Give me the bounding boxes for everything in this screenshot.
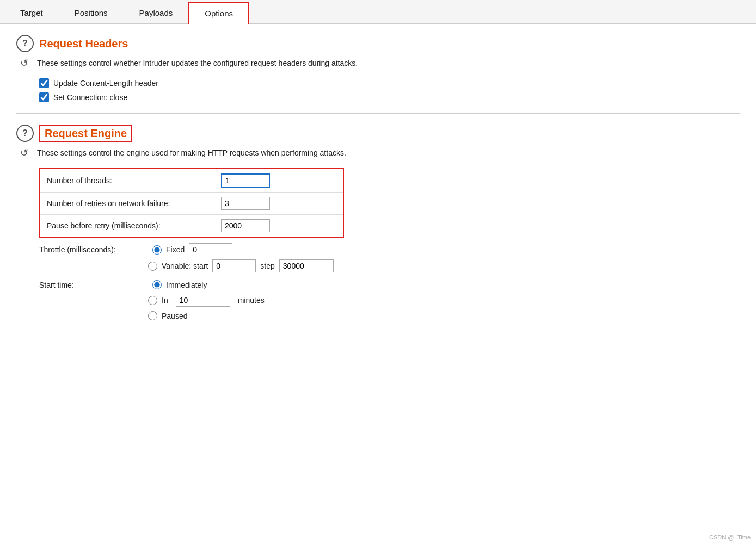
request-engine-title: Request Engine: [39, 125, 132, 142]
set-connection-label: Set Connection: close: [53, 93, 127, 102]
section-divider: [16, 113, 740, 114]
retries-label: Number of retries on network failure:: [47, 199, 221, 208]
start-paused-row: Paused: [39, 311, 740, 320]
start-in-minutes-row: In minutes: [39, 294, 740, 307]
content-area: ? Request Headers ↺ These settings contr…: [0, 24, 756, 336]
start-immediately-row: Start time: Immediately: [39, 280, 740, 289]
throttle-variable-radio[interactable]: [148, 262, 157, 271]
set-connection-checkbox[interactable]: [39, 92, 49, 102]
threads-row: Number of threads:: [40, 169, 343, 193]
throttle-step-input[interactable]: [279, 259, 334, 272]
throttle-variable-label: Variable: start: [162, 262, 208, 270]
help-icon-headers: ?: [16, 35, 34, 52]
start-in-label: In: [162, 296, 168, 305]
start-immediately-label: Immediately: [166, 281, 207, 289]
tab-target[interactable]: Target: [4, 2, 59, 23]
throttle-variable-row: Variable: start step: [39, 259, 740, 272]
start-paused-label: Paused: [162, 312, 187, 320]
request-engine-section: ? Request Engine ↺ These settings contro…: [16, 125, 740, 320]
request-headers-section: ? Request Headers ↺ These settings contr…: [16, 35, 740, 102]
request-headers-title: Request Headers: [39, 38, 128, 50]
threads-label: Number of threads:: [47, 176, 221, 185]
tab-options[interactable]: Options: [188, 2, 249, 24]
throttle-fixed-input[interactable]: [189, 243, 232, 256]
threads-input[interactable]: [221, 173, 270, 188]
start-in-radio[interactable]: [148, 296, 157, 305]
tab-positions[interactable]: Positions: [59, 2, 124, 23]
throttle-variable-start-input[interactable]: [212, 259, 256, 272]
set-connection-row: Set Connection: close: [39, 92, 740, 102]
update-content-length-label: Update Content-Length header: [53, 79, 158, 88]
throttle-fixed-row: Throttle (milliseconds): Fixed: [39, 243, 740, 256]
throttle-fixed-radio[interactable]: [152, 245, 162, 255]
step-label: step: [260, 262, 274, 270]
throttle-fixed-label: Fixed: [166, 245, 185, 254]
watermark: CSDN @- Time: [709, 534, 751, 541]
minutes-label: minutes: [238, 296, 265, 305]
tab-bar: Target Positions Payloads Options: [0, 0, 756, 24]
throttle-main-label: Throttle (milliseconds):: [39, 245, 148, 254]
engine-settings-box: Number of threads: Number of retries on …: [39, 168, 344, 238]
refresh-icon-headers: ↺: [16, 55, 32, 71]
retries-input[interactable]: [221, 197, 270, 210]
update-content-length-row: Update Content-Length header: [39, 78, 740, 88]
pause-retry-row: Pause before retry (milliseconds):: [40, 215, 343, 237]
start-in-minutes-input[interactable]: [176, 294, 230, 307]
start-time-label: Start time:: [39, 281, 148, 289]
start-immediately-radio[interactable]: [152, 280, 162, 289]
retries-row: Number of retries on network failure:: [40, 193, 343, 215]
request-engine-header: ? Request Engine: [16, 125, 740, 142]
request-headers-desc-row: ↺ These settings control whether Intrude…: [16, 55, 740, 71]
start-paused-radio[interactable]: [148, 311, 157, 320]
throttle-section: Throttle (milliseconds): Fixed Variable:…: [39, 243, 740, 272]
request-headers-description: These settings control whether Intruder …: [37, 59, 358, 67]
request-engine-desc-row: ↺ These settings control the engine used…: [16, 145, 740, 160]
refresh-icon-engine: ↺: [16, 145, 32, 160]
pause-retry-label: Pause before retry (milliseconds):: [47, 221, 221, 230]
tab-payloads[interactable]: Payloads: [124, 2, 189, 23]
request-headers-header: ? Request Headers: [16, 35, 740, 52]
request-engine-description: These settings control the engine used f…: [37, 148, 346, 157]
update-content-length-checkbox[interactable]: [39, 78, 49, 88]
pause-retry-input[interactable]: [221, 219, 270, 232]
start-time-section: Start time: Immediately In minutes Pause…: [39, 280, 740, 320]
help-icon-engine: ?: [16, 125, 34, 142]
